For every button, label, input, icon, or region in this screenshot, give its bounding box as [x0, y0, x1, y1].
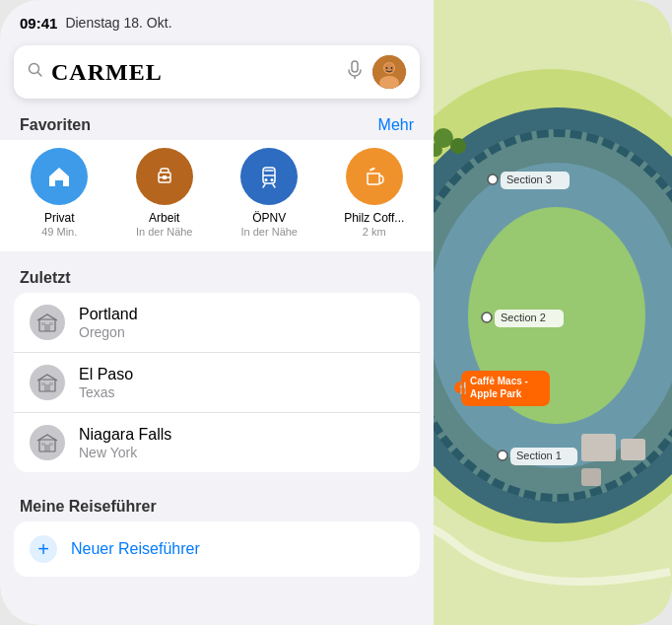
svg-point-42: [265, 178, 268, 181]
new-guide-plus-icon: +: [30, 535, 57, 563]
elpaso-state: Texas: [79, 384, 404, 400]
guides-section-header: Meine Reiseführer: [0, 490, 434, 521]
svg-rect-54: [44, 445, 50, 451]
svg-rect-48: [49, 322, 53, 325]
svg-rect-56: [49, 443, 53, 446]
status-time: 09:41: [20, 15, 57, 32]
coffee-label: Philz Coff...: [344, 211, 404, 225]
recent-section-header: Zuletzt: [0, 261, 434, 293]
guides-list: + Neuer Reiseführer: [14, 521, 420, 577]
search-icon: [28, 62, 43, 83]
favorites-row: Privat 49 Min. Arbeit In der Nähe: [0, 140, 434, 251]
portland-city: Portland: [79, 306, 404, 323]
niagara-city: Niagara Falls: [79, 426, 404, 444]
recent-title: Zuletzt: [20, 269, 71, 287]
svg-rect-50: [44, 384, 50, 391]
home-sublabel: 49 Min.: [41, 226, 77, 238]
recent-item-portland[interactable]: Portland Oregon: [14, 293, 420, 353]
svg-rect-23: [581, 468, 601, 486]
recent-list: Portland Oregon: [14, 293, 420, 472]
city-icon-portland: [30, 305, 65, 340]
coffee-icon: [346, 148, 403, 205]
favorite-transit[interactable]: ÖPNV In der Nähe: [224, 148, 315, 238]
city-icon-elpaso: [30, 365, 65, 400]
transit-label: ÖPNV: [252, 211, 286, 225]
favorite-home[interactable]: Privat 49 Min.: [14, 148, 105, 238]
city-icon-niagara: [30, 425, 65, 460]
svg-text:Caffè Macs -: Caffè Macs -: [470, 376, 528, 386]
portland-state: Oregon: [79, 324, 404, 340]
svg-text:Apple Park: Apple Park: [470, 388, 522, 399]
search-bar[interactable]: CARMEL: [14, 45, 420, 99]
svg-text:Section 3: Section 3: [506, 174, 552, 185]
svg-point-13: [498, 451, 507, 460]
svg-rect-39: [163, 175, 167, 179]
favorites-title: Favoriten: [20, 116, 91, 134]
coffee-sublabel: 2 km: [363, 226, 386, 238]
work-sublabel: In der Nähe: [136, 226, 192, 238]
svg-text:Section 2: Section 2: [501, 312, 546, 323]
sidebar: 09:41 Dienstag 18. Okt. CARMEL: [0, 0, 434, 625]
svg-rect-29: [352, 61, 358, 72]
home-icon: [31, 148, 88, 205]
favorite-coffee[interactable]: Philz Coff... 2 km: [329, 148, 421, 238]
svg-rect-55: [41, 443, 45, 446]
svg-line-28: [38, 72, 42, 76]
svg-text:🍴: 🍴: [456, 381, 470, 394]
work-icon: [136, 148, 193, 205]
svg-point-43: [271, 178, 274, 181]
transit-icon: [240, 148, 298, 205]
niagara-text: Niagara Falls New York: [79, 426, 404, 460]
svg-rect-47: [41, 322, 45, 325]
favorites-more-button[interactable]: Mehr: [378, 116, 414, 134]
svg-rect-51: [41, 382, 45, 385]
status-bar: 09:41 Dienstag 18. Okt.: [0, 0, 434, 39]
svg-rect-22: [621, 439, 645, 460]
svg-point-35: [386, 67, 388, 69]
new-guide-label[interactable]: Neuer Reiseführer: [71, 540, 200, 558]
elpaso-text: El Paso Texas: [79, 366, 404, 400]
guides-section: Meine Reiseführer + Neuer Reiseführer: [0, 490, 434, 577]
recent-item-niagara[interactable]: Niagara Falls New York: [14, 413, 420, 472]
svg-point-10: [482, 312, 492, 322]
device-frame: Section 3 Section 2 Section 1 Caffè Macs…: [0, 0, 672, 625]
portland-text: Portland Oregon: [79, 306, 404, 340]
recent-item-elpaso[interactable]: El Paso Texas: [14, 353, 420, 413]
svg-point-7: [488, 174, 498, 184]
recent-section: Zuletzt: [0, 261, 434, 472]
search-input-value[interactable]: CARMEL: [51, 59, 347, 86]
work-label: Arbeit: [149, 211, 179, 225]
transit-sublabel: In der Nähe: [241, 226, 298, 238]
status-date: Dienstag 18. Okt.: [65, 15, 171, 31]
favorites-section-header: Favoriten Mehr: [0, 108, 434, 140]
favorite-work[interactable]: Arbeit In der Nähe: [119, 148, 211, 238]
svg-rect-52: [49, 382, 53, 385]
home-label: Privat: [44, 211, 75, 225]
niagara-state: New York: [79, 445, 404, 460]
svg-rect-21: [581, 434, 616, 461]
svg-point-25: [450, 138, 466, 154]
elpaso-city: El Paso: [79, 366, 404, 383]
new-guide-item[interactable]: + Neuer Reiseführer: [14, 521, 420, 577]
guides-title: Meine Reiseführer: [20, 498, 157, 516]
svg-rect-46: [44, 324, 50, 331]
avatar[interactable]: [372, 55, 406, 89]
svg-text:Section 1: Section 1: [516, 450, 562, 461]
scroll-content[interactable]: Favoriten Mehr Privat 49 Min.: [0, 108, 434, 625]
microphone-icon[interactable]: [347, 60, 363, 85]
svg-point-36: [391, 67, 393, 69]
